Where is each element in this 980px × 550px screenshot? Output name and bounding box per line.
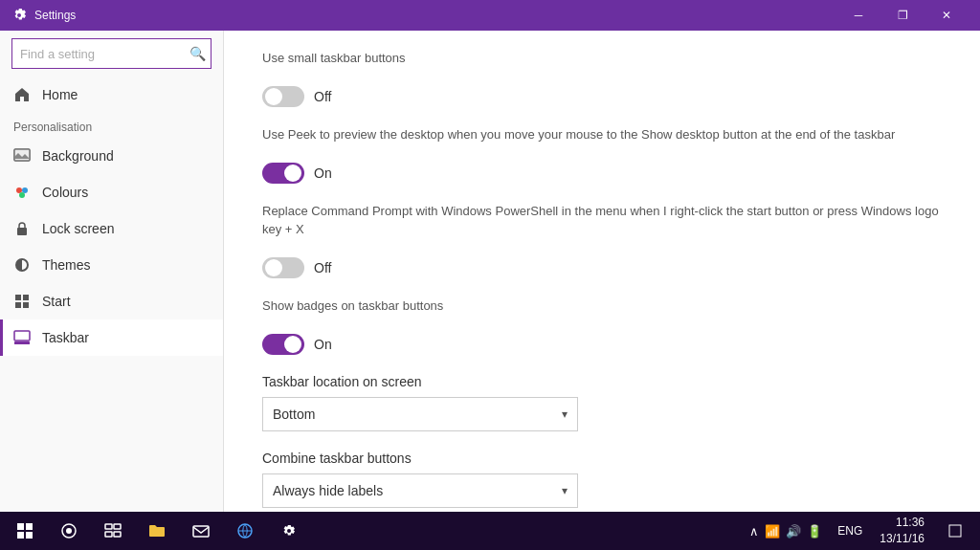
small-taskbar-toggle-label: Off xyxy=(314,89,331,104)
taskbar-bar: ∧ 📶 🔊 🔋 ENG 11:36 13/11/16 xyxy=(0,512,980,550)
svg-rect-5 xyxy=(17,228,27,235)
svg-rect-24 xyxy=(949,525,961,537)
peek-toggle-label: On xyxy=(314,165,332,181)
taskbar-location-chevron: ▾ xyxy=(562,407,568,421)
start-icon xyxy=(13,293,31,310)
small-taskbar-toggle-knob xyxy=(265,88,282,105)
window-title: Settings xyxy=(34,9,836,22)
sidebar-item-taskbar-label: Taskbar xyxy=(42,330,89,345)
svg-point-2 xyxy=(16,187,22,193)
show-desktop-button[interactable] xyxy=(934,512,976,550)
title-bar: Settings ─ ❐ ✕ xyxy=(0,0,980,31)
sidebar-item-home[interactable]: Home xyxy=(0,77,223,113)
sidebar-item-lock-screen-label: Lock screen xyxy=(42,221,114,236)
sidebar-item-taskbar[interactable]: Taskbar xyxy=(0,319,223,356)
small-taskbar-description: Use small taskbar buttons xyxy=(262,51,406,65)
sidebar-item-start-label: Start xyxy=(42,294,71,309)
taskbar-location-label: Taskbar location on screen xyxy=(262,374,942,389)
setting-badges: Show badges on taskbar buttons xyxy=(262,297,942,315)
badges-description: Show badges on taskbar buttons xyxy=(262,298,443,313)
svg-rect-7 xyxy=(23,295,29,300)
taskbar-location-value: Bottom xyxy=(273,407,315,422)
sidebar-item-start[interactable]: Start xyxy=(0,283,223,319)
svg-rect-10 xyxy=(14,331,30,341)
sidebar-search-container: 🔍 xyxy=(11,38,212,69)
clock-date: 13/11/16 xyxy=(880,531,924,547)
sidebar-item-home-label: Home xyxy=(42,87,78,102)
sidebar-item-colours[interactable]: Colours xyxy=(0,174,223,210)
sidebar-item-background-label: Background xyxy=(42,148,114,164)
svg-rect-18 xyxy=(105,524,112,529)
svg-point-17 xyxy=(66,528,72,534)
colours-icon xyxy=(13,184,31,201)
taskbar-lang[interactable]: ENG xyxy=(830,524,870,538)
setting-peek: Use Peek to preview the desktop when you… xyxy=(262,126,942,143)
svg-point-3 xyxy=(22,187,28,193)
badges-toggle-knob xyxy=(284,336,301,353)
svg-rect-22 xyxy=(193,526,209,537)
peek-toggle-row: On xyxy=(262,163,942,184)
svg-rect-19 xyxy=(114,524,121,529)
setting-small-taskbar: Use small taskbar buttons xyxy=(262,50,942,67)
small-taskbar-toggle-row: Off xyxy=(262,86,942,107)
svg-rect-11 xyxy=(14,341,30,344)
taskbar-file-explorer[interactable] xyxy=(136,512,178,550)
home-icon xyxy=(13,86,31,103)
themes-icon xyxy=(13,256,31,274)
badges-toggle[interactable] xyxy=(262,334,304,355)
svg-rect-9 xyxy=(23,302,29,308)
close-button[interactable]: ✕ xyxy=(924,0,969,31)
combine-buttons-label: Combine taskbar buttons xyxy=(262,451,942,466)
window-controls: ─ ❐ ✕ xyxy=(836,0,969,31)
peek-toggle-knob xyxy=(284,165,301,182)
cortana-button[interactable] xyxy=(48,512,90,550)
svg-rect-20 xyxy=(105,532,112,537)
taskbar-location-dropdown[interactable]: Bottom ▾ xyxy=(262,397,578,431)
sidebar-item-themes[interactable]: Themes xyxy=(0,247,223,283)
tray-chevron-icon[interactable]: ∧ xyxy=(749,524,759,539)
taskbar-icon xyxy=(13,329,31,346)
content-area: Use small taskbar buttons Off Use Peek t… xyxy=(224,31,980,512)
task-view-button[interactable] xyxy=(92,512,134,550)
tray-network-icon[interactable]: 📶 xyxy=(765,524,780,539)
tray-volume-icon[interactable]: 🔊 xyxy=(786,524,801,539)
sidebar-item-background[interactable]: Background xyxy=(0,138,223,174)
svg-rect-21 xyxy=(114,532,121,537)
restore-button[interactable]: ❐ xyxy=(880,0,924,31)
tray-battery-icon[interactable]: 🔋 xyxy=(807,524,822,539)
svg-rect-12 xyxy=(17,523,24,530)
main-content: 🔍 Home Personalisation Background Colour… xyxy=(0,31,980,512)
taskbar-mail[interactable] xyxy=(180,512,222,550)
minimize-button[interactable]: ─ xyxy=(836,0,880,31)
setting-powershell: Replace Command Prompt with Windows Powe… xyxy=(262,203,942,237)
badges-toggle-label: On xyxy=(314,337,332,352)
small-taskbar-toggle[interactable] xyxy=(262,86,304,107)
peek-toggle[interactable] xyxy=(262,163,304,184)
sidebar-section-label: Personalisation xyxy=(0,113,223,138)
combine-buttons-value: Always hide labels xyxy=(273,483,383,498)
sidebar-item-lock-screen[interactable]: Lock screen xyxy=(0,210,223,247)
sidebar-item-themes-label: Themes xyxy=(42,257,91,273)
search-icon[interactable]: 🔍 xyxy=(189,46,206,61)
svg-rect-14 xyxy=(17,532,24,539)
powershell-toggle[interactable] xyxy=(262,257,304,278)
badges-toggle-row: On xyxy=(262,334,942,355)
taskbar-ie[interactable] xyxy=(224,512,266,550)
sidebar: 🔍 Home Personalisation Background Colour… xyxy=(0,31,224,512)
powershell-toggle-row: Off xyxy=(262,257,942,278)
combine-buttons-dropdown[interactable]: Always hide labels ▾ xyxy=(262,473,578,508)
svg-point-4 xyxy=(19,192,25,198)
search-input[interactable] xyxy=(11,38,212,69)
svg-rect-8 xyxy=(15,302,21,308)
start-button[interactable] xyxy=(4,512,46,550)
powershell-description: Replace Command Prompt with Windows Powe… xyxy=(262,204,939,235)
taskbar-clock[interactable]: 11:36 13/11/16 xyxy=(872,515,932,547)
powershell-toggle-label: Off xyxy=(314,260,331,275)
combine-buttons-chevron: ▾ xyxy=(562,484,568,497)
svg-rect-15 xyxy=(26,532,33,539)
background-icon xyxy=(13,147,31,165)
combine-buttons-row: Combine taskbar buttons Always hide labe… xyxy=(262,451,942,508)
sidebar-item-colours-label: Colours xyxy=(42,185,88,200)
lock-screen-icon xyxy=(13,220,31,237)
taskbar-settings-app[interactable] xyxy=(268,512,310,550)
